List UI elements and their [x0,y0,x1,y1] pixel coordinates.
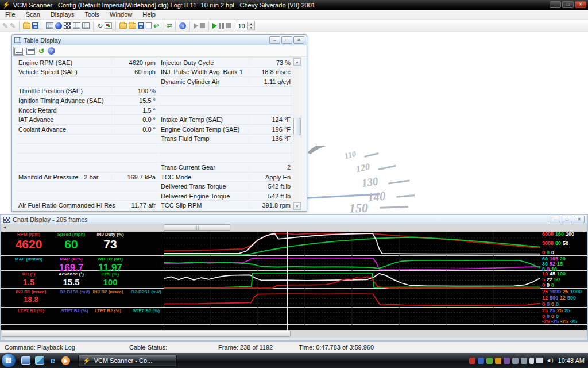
tray-app-icon-5[interactable] [486,358,493,364]
edit-channels-icon[interactable]: ✎ [2,22,8,29]
close-button[interactable]: ✕ [575,1,586,8]
channel-cell[interactable]: Advance (°)15.5 [56,271,86,288]
table-display-icon[interactable] [46,22,53,29]
table-row[interactable]: Air Fuel Ratio Commanded Hi Res11.77 afr [17,201,158,210]
menu-item-file[interactable]: File [0,10,21,19]
chart-minimize-button[interactable]: ‒ [550,216,560,223]
tray-app-icon-6[interactable] [478,358,484,364]
table-row[interactable]: IAT Advance0.0 ° [17,115,158,125]
table-row[interactable] [159,106,293,116]
channel-cell[interactable]: O2 B1S1 (mV) [61,289,88,307]
table-row[interactable]: Delivered Trans Torque542 ft.lb [159,182,293,191]
menu-item-tools[interactable]: Tools [79,10,105,19]
scroll-left-icon[interactable]: ◀ [2,225,7,230]
power-tray-icon[interactable] [529,358,534,364]
transfer-icon[interactable]: ⇄ [167,22,172,29]
chart-top-scrollbar[interactable]: ◀ ||| [1,224,587,231]
table-row[interactable] [159,144,293,154]
tray-app-icon-1[interactable] [521,358,527,364]
table-scrollbar[interactable]: ▲ ▼ [293,57,301,210]
table-row[interactable]: Trans Current Gear2 [159,163,293,172]
log-display-icon[interactable] [73,22,80,29]
channel-cell[interactable]: STFT B1 (%) [61,308,88,324]
app-titlebar[interactable]: ⚡ VCM Scanner - Config (Default Imperial… [0,0,588,10]
chart-area[interactable]: RPM (rpm)4620Speed (mph)60INJ Duty (%)73… [1,231,587,330]
table-row[interactable]: Trans Fluid Temp136 °F [159,135,293,144]
polling-icon[interactable]: ↺ [38,48,44,55]
table-minimize-button[interactable]: ‒ [269,36,280,44]
table-row[interactable]: Manifold Air Pressure - 2 bar169.7 kPa [17,172,158,182]
scan-start-icon[interactable] [194,23,198,29]
polling-loop-icon[interactable]: ↻ [97,22,103,29]
channel-cell[interactable]: LTFT B2 (%) [88,308,127,324]
channel-cell[interactable]: Speed (mph)60 [56,232,86,255]
table-row[interactable] [17,163,158,172]
open-config-icon[interactable] [23,23,30,29]
maximize-button[interactable]: □ [562,1,574,8]
table-row[interactable] [17,154,158,163]
channel-cell[interactable]: STFT B2 (%) [127,308,165,324]
scroll-down-icon[interactable]: ▼ [293,202,301,210]
table-row[interactable] [17,191,158,201]
vehicle-info-icon[interactable]: i [179,22,186,29]
chart-display-titlebar[interactable]: Chart Display - 205 frames ‒ □ ✕ [1,215,587,224]
playback-cursor[interactable] [287,232,288,330]
table-row[interactable] [17,135,158,144]
tray-app-icon-3[interactable] [504,358,510,364]
table-row[interactable]: Injector Duty Cycle73 % [159,58,293,68]
tray-app-icon-4[interactable] [495,358,501,364]
tray-app-icon-7[interactable] [469,358,475,364]
chart-bottom-scrollbar[interactable] [1,330,587,338]
channel-cell[interactable]: MAF (lb/min) [1,256,56,270]
menu-item-window[interactable]: Window [105,10,137,19]
table-row[interactable] [159,87,293,97]
channel-cell[interactable]: KR (°)1.5 [1,271,56,288]
playback-speed-spinner[interactable]: 10 ▲▼ [235,21,254,30]
channel-cell[interactable]: O2 B2S1 (mV) [127,289,165,307]
chart-hscroll-thumb[interactable] [2,331,291,337]
channel-cell[interactable]: TPS (%)100 [86,271,134,288]
channel-cell[interactable]: RPM (rpm)4620 [1,232,56,255]
minimize-button[interactable]: ‒ [550,1,561,8]
channel-cell[interactable]: INJ B1 (msec)18.8 [1,289,61,307]
playback-play-icon[interactable] [212,23,217,29]
table-row[interactable] [159,96,293,106]
open-log-icon[interactable] [119,23,127,29]
scroll-up-icon[interactable]: ▲ [293,58,301,66]
table-row[interactable] [17,182,158,191]
menu-item-scan[interactable]: Scan [21,10,45,19]
save-config-icon[interactable] [32,22,38,29]
table-row[interactable] [17,144,158,154]
table-row[interactable]: INJ. Pulse Width Avg. Bank 118.8 msec [159,68,293,78]
chart-display-icon[interactable] [64,22,71,29]
revert-icon[interactable]: ↩ [153,22,159,29]
channel-cell[interactable]: INJ Duty (%)73 [86,232,134,255]
help-icon[interactable]: ? [48,47,55,55]
log-info-icon[interactable] [146,22,152,29]
chart-scroll-thumb[interactable]: ||| [164,224,230,231]
taskbar-button-vcm[interactable]: ⚡ VCM Scanner - Co... [78,355,177,367]
channel-cell[interactable]: MAP (kPa)169.7 [56,256,86,270]
scan-stop-icon[interactable] [200,23,205,28]
table-row[interactable]: Knock Retard1.5 ° [17,106,158,116]
table-row[interactable]: TCC Slip RPM391.8 rpm [159,201,293,210]
save-log-icon[interactable] [138,22,144,29]
playback-pause-icon[interactable] [219,23,224,29]
tray-app-icon-2[interactable] [512,358,519,364]
gauge-display-icon[interactable] [55,22,62,29]
table-row[interactable]: Delivered Engine Torque542 ft.lb [159,191,293,201]
media-player-icon[interactable] [61,356,70,365]
edit-config-icon[interactable]: ✎ [10,22,16,29]
table-row[interactable]: Engine Coolant Temp (SAE)196 °F [159,125,293,135]
spin-up-icon[interactable]: ▲ [248,22,254,26]
table-row[interactable]: Dynamic Cylinder Air1.11 g/cyl [159,77,293,87]
channel-cell[interactable]: LTFT B1 (%) [1,308,61,324]
start-button[interactable] [2,354,16,367]
menu-item-displays[interactable]: Displays [45,10,80,19]
table-row[interactable]: TCC ModeApply En [159,172,293,182]
table-maximize-button[interactable]: □ [281,36,292,44]
table-row[interactable] [17,77,158,87]
table-row[interactable]: Engine RPM (SAE)4620 rpm [17,58,158,68]
channel-cell[interactable]: WB O2 (afr)11.97 [86,256,134,270]
table-row[interactable]: Intake Air Temp (SAE)124 °F [159,115,293,125]
